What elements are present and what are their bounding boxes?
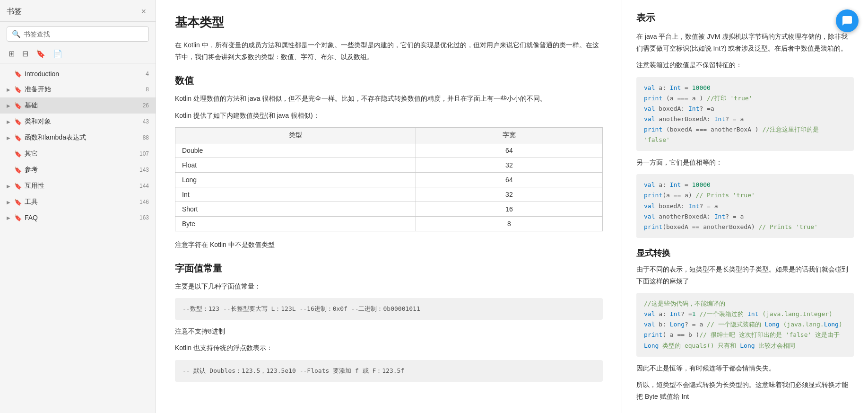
sidebar-item-count: 8 — [146, 86, 149, 93]
section2-code: --数型：123 --长整型要大写 L：123L --16进制：0x0f --二… — [175, 298, 603, 320]
right-code1: val a: Int = 10000print (a === a ) //打印 … — [636, 77, 854, 151]
right-section1-title: 表示 — [636, 11, 854, 24]
table-row: Byte8 — [175, 216, 603, 231]
sidebar-item-label: 工具 — [25, 198, 139, 206]
search-box: 🔍 — [7, 26, 149, 42]
chevron-right-icon: ▶ — [7, 87, 12, 92]
table-row: Short16 — [175, 202, 603, 216]
sidebar-item-count: 146 — [139, 199, 149, 205]
table-cell: 32 — [416, 187, 602, 202]
sidebar-item[interactable]: ▶🔖基础26 — [0, 97, 156, 114]
table-cell: 16 — [416, 202, 602, 216]
sidebar-item-label: 函数和lambda表达式 — [25, 133, 143, 142]
section2-code2: -- 默认 Doubles：123.5，123.5e10 --Floats 要添… — [175, 360, 603, 382]
bookmark-icon: 🔖 — [14, 86, 22, 93]
table-cell: 32 — [416, 158, 602, 172]
table-cell: 64 — [416, 172, 602, 187]
table-row: Int32 — [175, 187, 603, 202]
right-section1-p2: 注意装箱过的数值是不保留特征的： — [636, 59, 854, 71]
sidebar-item[interactable]: ▶🔖FAQ163 — [0, 210, 156, 225]
sidebar-item[interactable]: 🔖其它107 — [0, 146, 156, 162]
sidebar-item-label: 互用性 — [25, 182, 139, 190]
chevron-right-icon: ▶ — [7, 200, 12, 205]
sidebar-item-label: 参考 — [25, 166, 139, 174]
bookmark-icon: 🔖 — [14, 118, 22, 125]
bookmark-icon: 🔖 — [14, 199, 22, 206]
right-section1-p1: 在 java 平台上，数值被 JVM 虚拟机以字节码的方式物理存储的，除非我们需… — [636, 31, 854, 54]
right-section2-title: 显式转换 — [636, 247, 854, 259]
sidebar-item-count: 107 — [139, 150, 149, 157]
bookmark-outline-button[interactable]: 📄 — [51, 48, 64, 59]
chevron-right-icon: ▶ — [7, 184, 12, 189]
table-cell: Short — [175, 202, 416, 216]
table-row: Float32 — [175, 158, 603, 172]
sidebar-item[interactable]: ▶🔖工具146 — [0, 194, 156, 210]
section1-note: 注意字符在 Kotlin 中不是数值类型 — [175, 239, 603, 251]
sidebar-item[interactable]: 🔖Introduction4 — [0, 66, 156, 81]
sidebar-item-label: Introduction — [25, 70, 146, 78]
sidebar-item-count: 43 — [143, 118, 149, 125]
main-content: 基本类型 在 Kotlin 中，所有变量的成员方法和属性都是一个对象。一些类型是… — [156, 0, 868, 413]
section2-note: 注意不支持8进制 — [175, 325, 603, 337]
sidebar-item[interactable]: ▶🔖类和对象43 — [0, 114, 156, 130]
fab-button[interactable] — [836, 9, 859, 32]
sidebar-item[interactable]: ▶🔖互用性144 — [0, 178, 156, 194]
sidebar-item-label: 类和对象 — [25, 117, 143, 126]
chevron-right-icon: ▶ — [7, 119, 12, 124]
section2-title: 字面值常量 — [175, 262, 603, 275]
sidebar-item[interactable]: 🔖参考143 — [0, 162, 156, 178]
bookmark-icon: 🔖 — [14, 183, 22, 190]
sidebar-title: 书签 — [7, 7, 22, 17]
sidebar-item-count: 144 — [139, 183, 149, 189]
table-cell: 64 — [416, 143, 602, 158]
right-section2-p3: 所以，短类型不会隐式转换为长类型的。这意味着我们必须显式转换才能把 Byte 赋… — [636, 379, 854, 403]
sidebar-item-label: FAQ — [25, 214, 139, 221]
section1-p2: Kotlin 提供了如下内建数值类型(和 java 很相似)： — [175, 110, 603, 122]
bookmark-filled-button[interactable]: 🔖 — [34, 48, 47, 59]
right-section2-p1: 由于不同的表示，短类型不是长类型的子类型。如果是的话我们就会碰到下面这样的麻烦了 — [636, 264, 854, 287]
bookmark-icon: 🔖 — [14, 102, 22, 109]
sidebar-nav: 🔖Introduction4▶🔖准备开始8▶🔖基础26▶🔖类和对象43▶🔖函数和… — [0, 63, 156, 413]
search-icon: 🔍 — [12, 30, 21, 38]
table-cell: Double — [175, 143, 416, 158]
table-cell: Long — [175, 172, 416, 187]
sidebar-item[interactable]: ▶🔖准备开始8 — [0, 81, 156, 97]
collapse-all-button[interactable]: ⊟ — [20, 48, 30, 59]
bookmark-icon: 🔖 — [14, 150, 22, 158]
bookmark-icon: 🔖 — [14, 134, 22, 141]
table-cell: Int — [175, 187, 416, 202]
chevron-right-icon: ▶ — [7, 135, 12, 141]
right-code2: val a: Int = 10000print(a == a) // Print… — [636, 174, 854, 237]
sidebar-item-count: 88 — [143, 134, 149, 141]
table-cell: 8 — [416, 216, 602, 231]
sidebar-item-label: 其它 — [25, 149, 139, 158]
sidebar-header: 书签 × — [0, 0, 156, 22]
sidebar-item-count: 4 — [146, 70, 149, 77]
sidebar-item-label: 基础 — [25, 101, 143, 110]
expand-all-button[interactable]: ⊞ — [7, 48, 17, 59]
sidebar-item-count: 143 — [139, 167, 149, 173]
search-input[interactable] — [24, 30, 144, 38]
sidebar-toolbar: ⊞ ⊟ 🔖 📄 — [0, 46, 156, 63]
sidebar-item-label: 准备开始 — [25, 85, 146, 94]
sidebar-item[interactable]: ▶🔖函数和lambda表达式88 — [0, 130, 156, 146]
close-button[interactable]: × — [138, 6, 149, 18]
left-panel: 基本类型 在 Kotlin 中，所有变量的成员方法和属性都是一个对象。一些类型是… — [156, 0, 622, 413]
type-table: 类型 字宽 Double64Float32Long64Int32Short16B… — [175, 127, 603, 231]
section2-p1: 主要是以下几种字面值常量： — [175, 281, 603, 292]
right-panel: 表示 在 java 平台上，数值被 JVM 虚拟机以字节码的方式物理存储的，除非… — [622, 0, 868, 413]
right-section1-p3: 另一方面，它们是值相等的： — [636, 157, 854, 168]
sidebar: 书签 × 🔍 ⊞ ⊟ 🔖 📄 🔖Introduction4▶🔖准备开始8▶🔖基础… — [0, 0, 156, 413]
sidebar-item-count: 26 — [143, 102, 149, 109]
right-code3: //这是些伪代码，不能编译的val a: Int? =1 //一个装箱过的 In… — [636, 293, 854, 356]
chevron-right-icon: ▶ — [7, 103, 12, 108]
bookmark-icon: 🔖 — [14, 70, 22, 78]
table-cell: Byte — [175, 216, 416, 231]
type-table-body: Double64Float32Long64Int32Short16Byte8 — [175, 143, 603, 231]
chevron-right-icon: ▶ — [7, 215, 12, 220]
section1-title: 数值 — [175, 74, 603, 87]
sidebar-item-count: 163 — [139, 214, 149, 221]
table-cell: Float — [175, 158, 416, 172]
section1-p1: Kotlin 处理数值的方法和 java 很相似，但不是完全一样。比如，不存在隐… — [175, 93, 603, 105]
left-intro: 在 Kotlin 中，所有变量的成员方法和属性都是一个对象。一些类型是内建的，它… — [175, 39, 603, 63]
